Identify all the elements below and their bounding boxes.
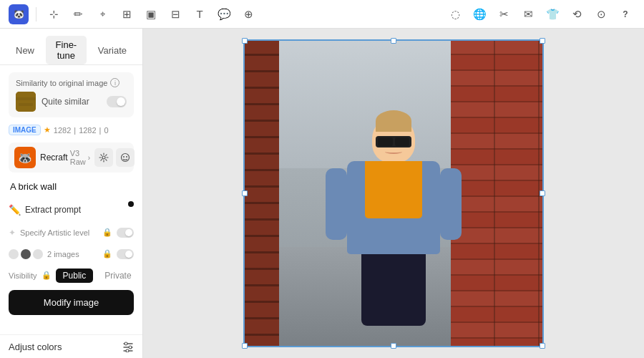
svg-rect-1 <box>16 97 36 100</box>
lasso-select-btn[interactable]: ◌ <box>445 4 465 24</box>
person-hair <box>376 110 411 132</box>
app-avatar[interactable]: 🐼 <box>9 4 29 24</box>
draw-tool-btn[interactable]: ✏ <box>68 4 88 24</box>
adjust-sliders-icon <box>122 341 134 352</box>
similarity-thumbnail <box>16 92 36 112</box>
count-bubble-3[interactable] <box>33 249 43 259</box>
tab-fine-tune[interactable]: Fine-tune <box>46 36 87 64</box>
type-icon: T <box>196 8 203 20</box>
select-tool-btn[interactable]: ⊹ <box>44 4 64 24</box>
lasso-icon: ⌖ <box>100 9 105 20</box>
images-lock-icon: 🔒 <box>102 249 112 258</box>
lens-right <box>395 137 410 146</box>
help-icon: ? <box>623 9 628 19</box>
adjust-colors-row[interactable]: Adjust colors <box>0 334 142 358</box>
image-sep1: | <box>74 126 76 135</box>
images-toggle[interactable] <box>117 249 134 259</box>
speech-tool-btn[interactable]: 💬 <box>214 4 234 24</box>
model-name-sub: V3 Raw <box>70 149 86 166</box>
lasso-tool-btn[interactable]: ⌖ <box>92 4 112 24</box>
similarity-row: Quite similar <box>16 92 127 112</box>
top-toolbar: 🐼 ⊹ ✏ ⌖ ⊞ ▣ ⊟ T 💬 ⊕ ◌ <box>0 0 644 29</box>
star-option-icon: ✦ <box>9 228 16 238</box>
image-badge: IMAGE <box>9 125 41 135</box>
svg-point-6 <box>126 156 127 158</box>
tab-variate[interactable]: Variate <box>91 42 134 59</box>
type-tool-btn[interactable]: T <box>190 4 210 24</box>
toolbar-right: ◌ 🌐 ✂ ✉ 👕 ⟲ ⊙ ? <box>445 4 635 24</box>
info-icon[interactable]: i <box>110 78 119 87</box>
similarity-toggle[interactable] <box>107 96 127 107</box>
more-tool-btn[interactable]: ⊕ <box>238 4 258 24</box>
main-photo <box>243 39 544 347</box>
person-sunglasses <box>376 136 411 147</box>
similarity-label-text: Similarity to original image <box>16 79 107 87</box>
crop-icon: ⊞ <box>122 8 132 21</box>
person-head <box>372 116 415 163</box>
visibility-public-btn[interactable]: Public <box>56 268 94 283</box>
select-icon: ⊹ <box>49 8 59 21</box>
visibility-lock-icon: 🔒 <box>42 271 52 280</box>
image-container <box>243 39 544 347</box>
circle-btn[interactable]: ⊙ <box>591 4 611 24</box>
speech-icon: 💬 <box>218 8 231 21</box>
prompt-text: A brick wall <box>9 180 134 194</box>
images-count-row: 2 images 🔒 <box>9 247 134 261</box>
globe-icon: 🌐 <box>473 8 487 21</box>
count-bubbles <box>9 249 43 259</box>
brick-pattern <box>451 39 544 347</box>
extract-prompt-row[interactable]: ✏️ Extract prompt <box>9 201 134 218</box>
person-jacket <box>347 161 440 254</box>
more-icon: ⊕ <box>244 8 253 21</box>
model-avatar: 🦝 <box>14 147 36 168</box>
toolbar-left: 🐼 ⊹ ✏ ⌖ ⊞ ▣ ⊟ T 💬 ⊕ <box>9 4 439 24</box>
shirt-btn[interactable]: 👕 <box>542 4 562 24</box>
help-btn[interactable]: ? <box>615 4 635 24</box>
svg-point-12 <box>126 349 129 352</box>
sidebar: New Fine-tune Variate Similarity to orig… <box>0 29 143 358</box>
model-face-btn[interactable] <box>116 148 135 167</box>
modify-image-button[interactable]: Modify image <box>9 290 134 315</box>
globe-btn[interactable]: 🌐 <box>469 4 489 24</box>
image-width: 1282 <box>54 126 71 135</box>
toolbar-divider-1 <box>36 7 36 21</box>
artistic-level-label: Specify Artistic level <box>20 228 98 237</box>
extract-notification-dot <box>128 201 134 207</box>
person-smile <box>385 150 402 154</box>
svg-point-3 <box>102 156 105 159</box>
mail-icon: ✉ <box>524 8 533 21</box>
mail-btn[interactable]: ✉ <box>518 4 538 24</box>
similarity-section: Similarity to original image i Quite sim… <box>9 72 134 117</box>
mode-tabs: New Fine-tune Variate <box>0 29 142 65</box>
brick-wall-right <box>451 39 544 347</box>
image-height: 1282 <box>79 126 96 135</box>
svg-rect-0 <box>16 92 36 112</box>
tab-new[interactable]: New <box>9 42 42 59</box>
texture-icon: ⊟ <box>171 8 180 21</box>
visibility-label: Visibility <box>9 271 37 280</box>
image-count: 0 <box>104 126 108 135</box>
image-info-row: IMAGE ★ 1282 | 1282 | 0 <box>9 125 134 135</box>
sidebar-body: Similarity to original image i Quite sim… <box>0 65 142 334</box>
person-figure <box>347 116 440 326</box>
model-name-text: Recraft <box>40 153 68 163</box>
visibility-private-btn[interactable]: Private <box>97 268 138 283</box>
arm-right <box>440 168 462 240</box>
crop-tool-btn[interactable]: ⊞ <box>117 4 137 24</box>
artistic-toggle[interactable] <box>117 228 134 238</box>
count-bubble-1[interactable] <box>9 249 19 259</box>
model-name: Recraft V3 Raw › <box>40 149 90 166</box>
arm-left <box>326 168 347 240</box>
hoodie-inner <box>365 161 422 218</box>
avatar-icon: 🐼 <box>14 9 24 19</box>
frame-tool-btn[interactable]: ▣ <box>141 4 161 24</box>
texture-tool-btn[interactable]: ⊟ <box>165 4 185 24</box>
count-bubble-2[interactable] <box>21 249 31 259</box>
scissors-btn[interactable]: ✂ <box>494 4 514 24</box>
brick-wall-left <box>243 39 279 347</box>
svg-point-8 <box>125 342 127 345</box>
canvas-area[interactable] <box>143 29 644 358</box>
model-actions <box>94 148 135 167</box>
model-settings-btn[interactable] <box>94 148 113 167</box>
refresh-btn[interactable]: ⟲ <box>567 4 587 24</box>
